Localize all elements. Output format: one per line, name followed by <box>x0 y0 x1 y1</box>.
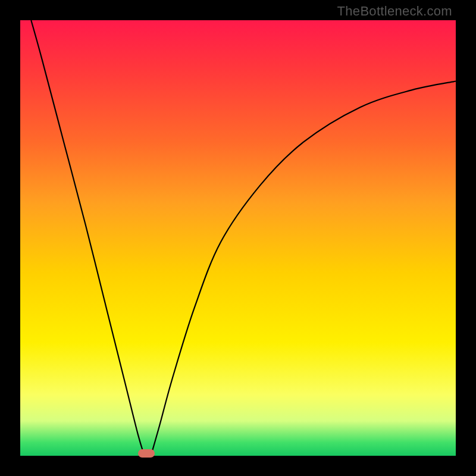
watermark-text: TheBottleneck.com <box>337 4 452 19</box>
chart-frame: TheBottleneck.com <box>0 0 476 476</box>
curve-right-branch <box>151 81 456 456</box>
curve-layer <box>20 20 456 456</box>
min-marker <box>138 449 155 458</box>
curve-left-branch <box>31 20 144 456</box>
